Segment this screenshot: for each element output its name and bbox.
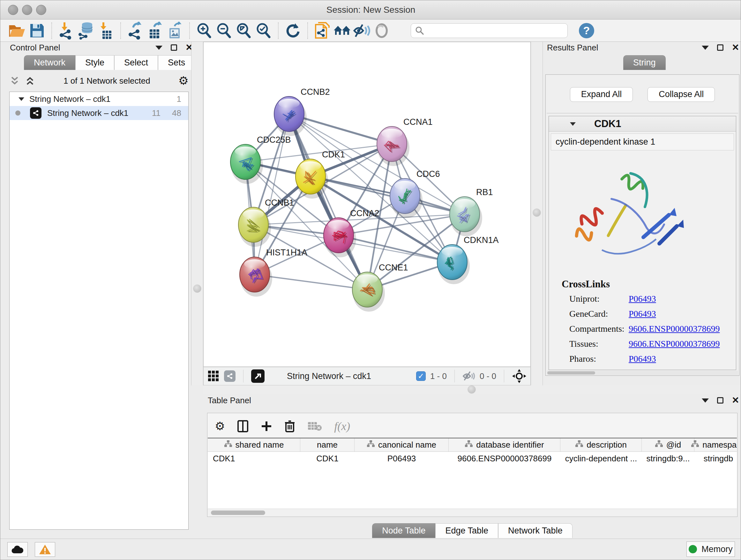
network-node-CDKN1A[interactable]: CDKN1A — [437, 235, 499, 284]
column-tree-icon — [465, 440, 473, 450]
table-hscroll-thumb[interactable] — [211, 510, 265, 515]
network-file-share-icon[interactable] — [313, 22, 332, 40]
birds-eye-view-icon[interactable] — [251, 369, 265, 383]
table-hscrollbar[interactable] — [208, 509, 737, 516]
results-hscroll-thumb[interactable] — [547, 371, 595, 374]
zoom-out-icon[interactable] — [214, 22, 234, 40]
table-options-gear-icon[interactable]: ⚙ — [215, 421, 225, 432]
refresh-icon[interactable] — [283, 22, 303, 40]
network-edge[interactable] — [289, 114, 367, 290]
open-session-icon[interactable] — [7, 22, 27, 40]
tab-style[interactable]: Style — [75, 55, 114, 70]
protein-entry-header[interactable]: CDK1 — [549, 116, 736, 132]
bottom-splitter-handle[interactable] — [468, 385, 476, 394]
save-session-icon[interactable] — [27, 22, 47, 40]
expand-all-button[interactable]: Expand All — [570, 87, 633, 102]
crosslink-row: Pharos:P06493 — [569, 354, 729, 364]
tab-sets[interactable]: Sets — [158, 55, 195, 70]
import-network-database-icon[interactable] — [76, 22, 96, 40]
hidden-eye-icon[interactable] — [462, 371, 475, 381]
show-columns-icon[interactable] — [237, 420, 249, 433]
network-row[interactable]: String Network – cdk1 11 48 — [10, 106, 188, 120]
table-panel-menu-icon[interactable] — [702, 398, 709, 402]
control-panel-float-icon[interactable] — [171, 44, 177, 51]
export-network-icon[interactable] — [125, 22, 145, 40]
tab-select[interactable]: Select — [114, 55, 158, 70]
network-node-CCNB2[interactable]: CCNB2 — [274, 87, 330, 136]
tab-string[interactable]: String — [623, 55, 666, 70]
network-edge[interactable] — [311, 177, 465, 214]
add-column-icon[interactable] — [261, 421, 272, 432]
memory-button[interactable]: Memory — [686, 542, 735, 557]
collapse-all-button[interactable]: Collapse All — [648, 87, 715, 102]
crosslink-link[interactable]: P06493 — [629, 354, 656, 364]
left-splitter-handle[interactable] — [193, 285, 201, 293]
collapse-all-icon[interactable] — [9, 75, 20, 86]
import-network-file-icon[interactable] — [57, 22, 76, 40]
toolbar-separator — [307, 22, 308, 39]
right-splitter-handle[interactable] — [533, 208, 541, 217]
column-header-name[interactable]: name — [300, 438, 354, 451]
tab-network[interactable]: Network — [24, 55, 75, 70]
results-hscrollbar[interactable] — [547, 371, 738, 375]
hide-graphics-icon[interactable] — [352, 22, 372, 40]
current-network-name: String Network – cdk1 — [287, 371, 412, 381]
export-table-icon[interactable] — [145, 22, 165, 40]
network-node-CCNA2[interactable]: CCNA2 — [324, 208, 380, 257]
homes-icon[interactable] — [332, 22, 352, 40]
crosslink-link[interactable]: P06493 — [629, 294, 656, 304]
results-panel-close-icon[interactable]: ✕ — [732, 44, 739, 51]
application-window: Session: New Session — [0, 0, 741, 560]
export-image-icon[interactable] — [165, 22, 185, 40]
network-node-CCNA1[interactable]: CCNA1 — [377, 117, 433, 166]
search-input[interactable] — [424, 26, 563, 36]
warnings-button[interactable] — [35, 542, 55, 557]
zoom-fit-icon[interactable] — [234, 22, 254, 40]
network-node-CDC6[interactable]: CDC6 — [390, 169, 440, 218]
tab-node-table[interactable]: Node Table — [372, 523, 435, 538]
results-panel-float-icon[interactable] — [717, 44, 724, 51]
network-node-HIST1H1A[interactable]: HIST1H1A — [240, 248, 307, 297]
entry-expand-icon[interactable] — [569, 121, 576, 127]
network-collection-row[interactable]: String Network – cdk1 1 — [10, 92, 188, 106]
zoom-selected-icon[interactable] — [254, 22, 273, 40]
network-canvas[interactable]: CCNB2CCNA1CDC25BCDK1CDC6RB1CCNB1CCNA2CDK… — [203, 42, 531, 367]
expand-all-icon[interactable] — [24, 75, 36, 86]
left-splitter[interactable] — [191, 42, 203, 385]
tab-edge-table[interactable]: Edge Table — [435, 523, 498, 538]
network-node-CCNE1[interactable]: CCNE1 — [352, 263, 408, 312]
selected-checkbox-icon[interactable]: ✓ — [416, 371, 426, 381]
node-label: CCNB1 — [265, 198, 294, 207]
results-panel-menu-icon[interactable] — [702, 46, 709, 50]
network-node-CCNB1[interactable]: CCNB1 — [239, 198, 294, 247]
zoom-in-icon[interactable] — [194, 22, 214, 40]
column-header-database-identifier[interactable]: database identifier — [449, 438, 560, 451]
table-panel-close-icon[interactable]: ✕ — [732, 397, 739, 403]
help-icon[interactable]: ? — [577, 22, 596, 40]
control-panel-menu-icon[interactable] — [155, 46, 162, 50]
collection-expand-icon[interactable] — [18, 96, 25, 102]
column-header-shared-name[interactable]: shared name — [208, 438, 300, 451]
network-node-CDC25B[interactable]: CDC25B — [230, 135, 291, 184]
column-header-canonical-name[interactable]: canonical name — [354, 438, 449, 451]
show-graphics-icon[interactable] — [372, 22, 392, 40]
import-table-icon[interactable] — [96, 22, 116, 40]
crosslink-link[interactable]: 9606.ENSP00000378699 — [629, 339, 720, 349]
network-node-RB1[interactable]: RB1 — [450, 187, 493, 236]
tab-network-table[interactable]: Network Table — [498, 523, 572, 538]
crosslink-link[interactable]: 9606.ENSP00000378699 — [629, 324, 720, 334]
crosslinks-title: CrossLinks — [562, 278, 610, 290]
crosslink-link[interactable]: P06493 — [629, 309, 656, 319]
network-options-gear-icon[interactable]: ⚙ — [179, 75, 189, 86]
share-view-icon[interactable] — [224, 370, 235, 382]
fit-content-crosshair-icon[interactable] — [512, 369, 527, 383]
table-panel-float-icon[interactable] — [717, 397, 724, 403]
table-row[interactable]: CDK1CDK1P064939606.ENSP00000378699cyclin… — [208, 452, 737, 465]
table-cell: stringdb:9... — [642, 452, 694, 465]
cloud-button[interactable] — [7, 542, 28, 557]
grid-view-icon[interactable] — [207, 370, 219, 382]
delete-column-icon[interactable] — [284, 420, 295, 433]
column-header-namespace[interactable]: namespace — [694, 438, 737, 451]
column-header-description[interactable]: description — [560, 438, 642, 451]
column-header-@id[interactable]: @id — [642, 438, 694, 451]
